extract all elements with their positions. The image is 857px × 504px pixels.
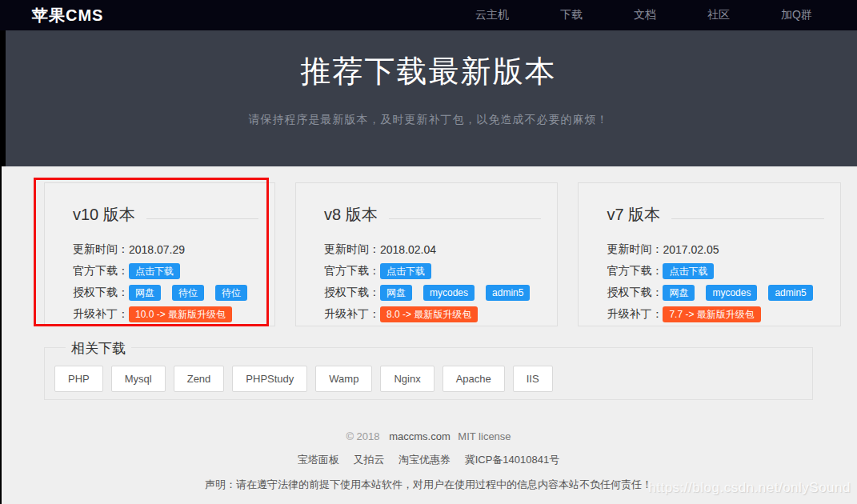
page-title: 推荐下载最新版本 bbox=[0, 30, 857, 92]
version-card-v7: v7 版本 更新时间： 2017.02.05 官方下载： 点击下载 授权下载： … bbox=[578, 182, 840, 326]
auth-download-button[interactable]: 待位 bbox=[172, 285, 204, 301]
upgrade-patch-button[interactable]: 10.0 -> 最新版升级包 bbox=[129, 306, 232, 322]
auth-download-label: 授权下载： bbox=[324, 286, 380, 300]
official-download-button[interactable]: 点击下载 bbox=[380, 263, 431, 279]
official-download-row: 官方下载： 点击下载 bbox=[607, 260, 823, 282]
update-time-row: 更新时间： 2017.02.05 bbox=[607, 238, 823, 260]
title-divider bbox=[389, 218, 542, 219]
card-title: v7 版本 bbox=[607, 204, 660, 226]
nav-links: 云主机 下载 文档 社区 加Q群 bbox=[475, 8, 812, 22]
auth-download-row: 授权下载： 网盘 mycodes admin5 bbox=[324, 282, 541, 303]
update-time-label: 更新时间： bbox=[73, 242, 129, 257]
upgrade-patch-button[interactable]: 7.7 -> 最新版升级包 bbox=[663, 306, 760, 322]
update-time-label: 更新时间： bbox=[324, 242, 380, 257]
title-divider bbox=[146, 218, 258, 219]
auth-download-row: 授权下载： 网盘 待位 待位 bbox=[73, 282, 258, 303]
auth-download-row: 授权下载： 网盘 mycodes admin5 bbox=[607, 282, 823, 303]
page-subtitle: 请保持程序是最新版本，及时更新补丁包，以免造成不必要的麻烦！ bbox=[0, 113, 857, 127]
upgrade-patch-row: 升级补丁： 7.7 -> 最新版升级包 bbox=[607, 303, 823, 325]
related-buttons-row: PHP Mysql Zend PHPStudy Wamp Nginx Apach… bbox=[54, 366, 803, 392]
auth-download-button[interactable]: 网盘 bbox=[380, 285, 412, 301]
related-btn-mysql[interactable]: Mysql bbox=[111, 366, 166, 392]
site-logo[interactable]: 苹果CMS bbox=[32, 5, 103, 26]
disclaimer-text: 声明：请在遵守法律的前提下使用本站软件，对用户在使用过程中的信息内容本站不负任何… bbox=[0, 478, 857, 492]
related-btn-nginx[interactable]: Nginx bbox=[380, 366, 434, 392]
upgrade-patch-button[interactable]: 8.0 -> 最新版升级包 bbox=[380, 306, 478, 322]
update-time-row: 更新时间： 2018.02.04 bbox=[324, 238, 541, 260]
upgrade-patch-label: 升级补丁： bbox=[607, 307, 663, 322]
license-text: MIT license bbox=[458, 430, 511, 442]
official-download-button[interactable]: 点击下载 bbox=[663, 263, 714, 279]
upgrade-patch-label: 升级补丁： bbox=[73, 307, 129, 322]
auth-download-button[interactable]: mycodes bbox=[423, 285, 475, 301]
related-btn-php[interactable]: PHP bbox=[54, 366, 103, 392]
related-downloads-panel: 相关下载 PHP Mysql Zend PHPStudy Wamp Nginx … bbox=[44, 347, 813, 400]
site-link[interactable]: maccms.com bbox=[389, 430, 451, 442]
official-download-row: 官方下载： 点击下载 bbox=[73, 260, 258, 282]
version-cards-row: v10 版本 更新时间： 2018.07.29 官方下载： 点击下载 授权下载：… bbox=[0, 182, 857, 326]
official-download-label: 官方下载： bbox=[607, 264, 663, 278]
screen-edge-artifact bbox=[0, 166, 2, 504]
upgrade-patch-row: 升级补丁： 10.0 -> 最新版升级包 bbox=[73, 303, 258, 325]
related-btn-phpstudy[interactable]: PHPStudy bbox=[232, 366, 307, 392]
card-title: v8 版本 bbox=[324, 204, 378, 226]
update-time-value: 2018.07.29 bbox=[129, 243, 185, 256]
auth-download-button[interactable]: mycodes bbox=[706, 285, 757, 301]
auth-download-button[interactable]: 待位 bbox=[215, 285, 247, 301]
footer-link-baota[interactable]: 宝塔面板 bbox=[298, 454, 339, 466]
related-downloads-title: 相关下载 bbox=[66, 339, 131, 358]
official-download-row: 官方下载： 点击下载 bbox=[324, 260, 541, 282]
nav-item-docs[interactable]: 文档 bbox=[634, 8, 656, 22]
copyright-text: © 2018 bbox=[346, 430, 379, 442]
version-card-v10: v10 版本 更新时间： 2018.07.29 官方下载： 点击下载 授权下载：… bbox=[44, 182, 275, 326]
update-time-row: 更新时间： 2018.07.29 bbox=[73, 238, 258, 260]
auth-download-button[interactable]: 网盘 bbox=[129, 285, 161, 301]
hero-banner: 推荐下载最新版本 请保持程序是最新版本，及时更新补丁包，以免造成不必要的麻烦！ bbox=[0, 30, 857, 166]
official-download-label: 官方下载： bbox=[73, 264, 129, 278]
top-navbar: 苹果CMS 云主机 下载 文档 社区 加Q群 bbox=[0, 0, 857, 30]
copyright-line: © 2018 maccms.com MIT license bbox=[0, 430, 857, 442]
auth-download-button[interactable]: admin5 bbox=[768, 285, 812, 301]
footer-link-taobao[interactable]: 淘宝优惠券 bbox=[398, 454, 451, 466]
nav-item-cloud-host[interactable]: 云主机 bbox=[475, 8, 509, 22]
nav-item-download[interactable]: 下载 bbox=[560, 8, 583, 22]
related-btn-apache[interactable]: Apache bbox=[443, 366, 505, 392]
update-time-label: 更新时间： bbox=[607, 242, 663, 257]
auth-download-label: 授权下载： bbox=[73, 286, 129, 300]
version-card-v8: v8 版本 更新时间： 2018.02.04 官方下载： 点击下载 授权下载： … bbox=[295, 182, 558, 326]
footer: © 2018 maccms.com MIT license 宝塔面板 又拍云 淘… bbox=[0, 430, 857, 492]
nav-item-qq-group[interactable]: 加Q群 bbox=[781, 8, 812, 22]
official-download-button[interactable]: 点击下载 bbox=[129, 263, 180, 279]
card-title: v10 版本 bbox=[73, 204, 135, 226]
title-divider bbox=[671, 218, 824, 219]
upgrade-patch-label: 升级补丁： bbox=[324, 307, 380, 322]
related-btn-iis[interactable]: IIS bbox=[513, 366, 553, 392]
auth-download-button[interactable]: 网盘 bbox=[663, 285, 695, 301]
upgrade-patch-row: 升级补丁： 8.0 -> 最新版升级包 bbox=[324, 303, 541, 325]
related-btn-zend[interactable]: Zend bbox=[174, 366, 225, 392]
footer-link-upyun[interactable]: 又拍云 bbox=[353, 454, 384, 466]
footer-links-line: 宝塔面板 又拍云 淘宝优惠券 冀ICP备14010841号 bbox=[0, 453, 857, 467]
screen-edge-artifact bbox=[0, 30, 6, 166]
official-download-label: 官方下载： bbox=[324, 264, 380, 278]
related-btn-wamp[interactable]: Wamp bbox=[315, 366, 372, 392]
auth-download-label: 授权下载： bbox=[607, 286, 663, 300]
update-time-value: 2017.02.05 bbox=[663, 243, 719, 256]
auth-download-button[interactable]: admin5 bbox=[486, 285, 530, 301]
update-time-value: 2018.02.04 bbox=[380, 243, 436, 256]
nav-item-community[interactable]: 社区 bbox=[707, 8, 730, 22]
icp-number[interactable]: 冀ICP备14010841号 bbox=[465, 454, 560, 466]
